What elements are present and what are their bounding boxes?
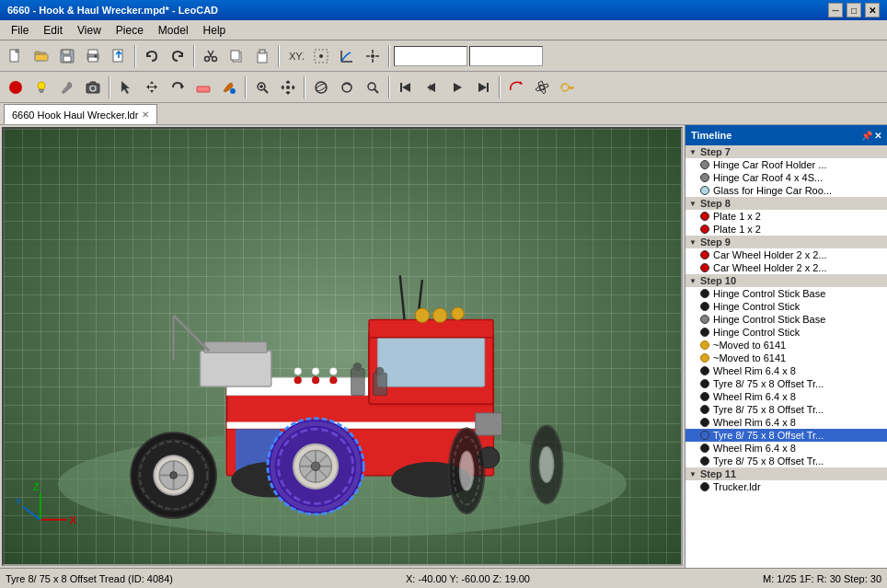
new-button[interactable] (4, 44, 28, 68)
step-last-button[interactable] (471, 75, 495, 99)
snap-button[interactable] (309, 44, 333, 68)
timeline-item[interactable]: Car Wheel Holder 2 x 2... (685, 261, 887, 274)
undo-button[interactable] (140, 44, 164, 68)
timeline-item[interactable]: Hinge Control Stick (685, 326, 887, 339)
cut-button[interactable] (199, 44, 223, 68)
timeline-item[interactable]: Hinge Control Stick Base (685, 287, 887, 300)
menu-view[interactable]: View (70, 22, 109, 39)
timeline-step-step9[interactable]: ▼Step 9 (685, 236, 887, 248)
svg-rect-30 (40, 91, 43, 93)
search-input[interactable] (394, 46, 467, 66)
camera-button[interactable] (81, 75, 105, 99)
export-button[interactable] (107, 44, 131, 68)
menu-model[interactable]: Model (151, 22, 196, 39)
menu-help[interactable]: Help (196, 22, 234, 39)
svg-point-37 (230, 88, 236, 94)
timeline-step-step7[interactable]: ▼Step 7 (685, 145, 887, 158)
copy-button[interactable] (225, 44, 248, 68)
svg-point-57 (540, 85, 545, 89)
paint-tool[interactable] (217, 75, 241, 99)
timeline-step-step11[interactable]: ▼Step 11 (685, 467, 887, 480)
timeline-item[interactable]: Hinge Car Roof Holder ... (685, 158, 887, 171)
save-button[interactable] (55, 44, 79, 68)
move-tool[interactable] (140, 75, 164, 99)
zoom-region-tool[interactable] (250, 75, 274, 99)
status-bar: Tyre 8/ 75 x 8 Offset Tread (ID: 4084) X… (0, 568, 887, 588)
sep-t2-1 (109, 76, 110, 98)
menu-edit[interactable]: Edit (36, 22, 70, 39)
roll-tool[interactable] (335, 75, 359, 99)
svg-point-58 (561, 84, 569, 91)
timeline-step-step8[interactable]: ▼Step 8 (685, 197, 887, 210)
main-tab[interactable]: 6660 Hook Haul Wrecker.ldr ✕ (4, 104, 157, 124)
item-color-dot (700, 353, 709, 363)
zoom-in-tool[interactable] (361, 75, 385, 99)
step-next-button[interactable] (445, 75, 469, 99)
timeline-list[interactable]: ▼Step 7Hinge Car Roof Holder ...Hinge Ca… (685, 145, 887, 568)
svg-point-42 (286, 86, 290, 89)
print-button[interactable] (81, 44, 105, 68)
maximize-button[interactable]: □ (847, 3, 861, 17)
transform-input[interactable] (469, 46, 543, 66)
timeline-item[interactable]: Tyre 8/ 75 x 8 Offset Tr... (685, 429, 887, 442)
orbit-tool[interactable] (309, 75, 333, 99)
menu-file[interactable]: File (4, 22, 36, 39)
timeline-item[interactable]: Wheel Rim 6.4 x 8 (685, 416, 887, 429)
svg-point-73 (507, 489, 516, 498)
timeline-item[interactable]: Wheel Rim 6.4 x 8 (685, 390, 887, 403)
erase-tool[interactable] (191, 75, 215, 99)
minimize-button[interactable]: ─ (828, 3, 843, 17)
timeline-item[interactable]: Tyre 8/ 75 x 8 Offset Tr... (685, 377, 887, 390)
move-button[interactable] (361, 44, 385, 68)
pan-tool[interactable] (276, 75, 300, 99)
wrench-button[interactable] (55, 75, 79, 99)
open-button[interactable] (29, 44, 53, 68)
timeline-item[interactable]: Wheel Rim 6.4 x 8 (685, 364, 887, 377)
status-text: Tyre 8/ 75 x 8 Offset Tread (ID: 4084) (6, 573, 173, 584)
timeline-close-button[interactable]: ✕ (874, 131, 881, 141)
item-label-text: Tyre 8/ 75 x 8 Offset Tr... (713, 430, 824, 441)
redo-button[interactable] (166, 44, 190, 68)
timeline-item[interactable]: Trucker.ldr (685, 480, 887, 493)
red-circle-button[interactable] (4, 75, 28, 99)
timeline-item[interactable]: Wheel Rim 6.4 x 8 (685, 442, 887, 455)
rotate-tool[interactable] (166, 75, 190, 99)
key-button[interactable] (556, 75, 580, 99)
menu-piece[interactable]: Piece (109, 22, 151, 39)
timeline-item[interactable]: Glass for Hinge Car Roo... (685, 184, 887, 197)
timeline-item[interactable]: Plate 1 x 2 (685, 210, 887, 223)
timeline-item[interactable]: ~Moved to 6141 (685, 339, 887, 352)
item-label-text: Tyre 8/ 75 x 8 Offset Tr... (713, 404, 824, 415)
timeline-item[interactable]: Tyre 8/ 75 x 8 Offset Tr... (685, 455, 887, 467)
timeline-item[interactable]: Hinge Control Stick (685, 300, 887, 313)
item-color-dot (700, 328, 709, 337)
sep1 (134, 45, 136, 67)
close-button[interactable]: ✕ (865, 3, 880, 17)
refresh-button[interactable] (504, 75, 528, 99)
timeline-step-step10[interactable]: ▼Step 10 (685, 274, 887, 287)
timeline-item[interactable]: ~Moved to 6141 (685, 352, 887, 364)
select-tool[interactable] (114, 75, 138, 99)
item-color-dot (700, 302, 709, 311)
svg-point-74 (524, 487, 534, 496)
step-prev-button[interactable] (420, 75, 444, 99)
timeline-pin-button[interactable]: 📌 (861, 131, 872, 141)
timeline-item[interactable]: Hinge Car Roof 4 x 4S... (685, 171, 887, 184)
axes-button[interactable]: XYZ (283, 44, 307, 68)
item-color-dot (700, 366, 709, 375)
light-button[interactable] (29, 75, 53, 99)
timeline-item[interactable]: Hinge Control Stick Base (685, 313, 887, 326)
paste-button[interactable] (250, 44, 274, 68)
angle-button[interactable] (335, 44, 359, 68)
timeline-item[interactable]: Plate 1 x 2 (685, 223, 887, 236)
title-bar: 6660 - Hook & Haul Wrecker.mpd* - LeoCAD… (0, 0, 887, 20)
timeline-item[interactable]: Car Wheel Holder 2 x 2... (685, 248, 887, 261)
tab-close-button[interactable]: ✕ (142, 110, 149, 120)
svg-marker-52 (428, 83, 431, 92)
timeline-item[interactable]: Tyre 8/ 75 x 8 Offset Tr... (685, 403, 887, 416)
3d-viewport[interactable]: X Z Y (2, 127, 683, 566)
step-first-button[interactable] (394, 75, 418, 99)
svg-rect-18 (259, 50, 265, 53)
item-label-text: Hinge Control Stick (713, 301, 800, 312)
settings-button[interactable] (530, 75, 554, 99)
